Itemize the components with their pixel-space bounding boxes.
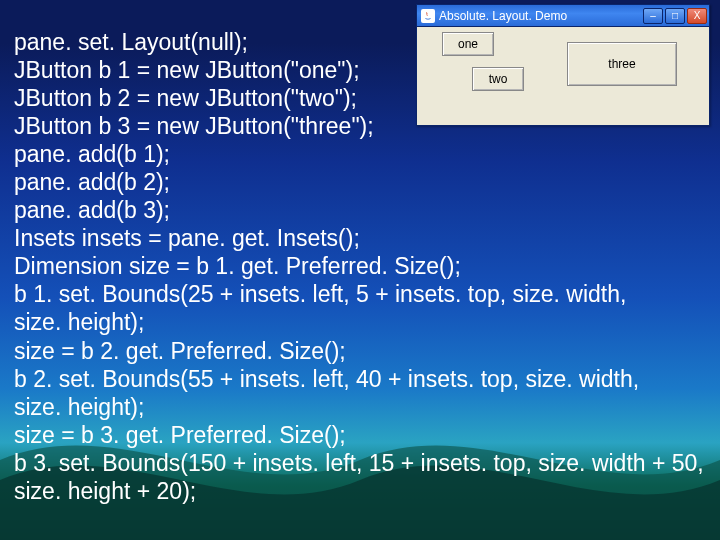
code-line: JButton b 3 = new JButton("three");: [14, 113, 374, 139]
code-line: b 3. set. Bounds(150 + insets. left, 15 …: [14, 450, 704, 476]
code-line: b 1. set. Bounds(25 + insets. left, 5 + …: [14, 281, 626, 307]
titlebar: Absolute. Layout. Demo – □ X: [417, 5, 709, 27]
maximize-button[interactable]: □: [665, 8, 685, 24]
code-line: Insets insets = pane. get. Insets();: [14, 225, 360, 251]
slide: pane. set. Layout(null); JButton b 1 = n…: [0, 0, 720, 540]
code-line: pane. set. Layout(null);: [14, 29, 248, 55]
window-content: one two three: [417, 27, 709, 125]
minimize-button[interactable]: –: [643, 8, 663, 24]
window-title: Absolute. Layout. Demo: [439, 9, 567, 23]
code-line: size. height);: [14, 309, 144, 335]
close-button[interactable]: X: [687, 8, 707, 24]
code-line: pane. add(b 3);: [14, 197, 170, 223]
code-line: size. height + 20);: [14, 478, 196, 504]
java-window: Absolute. Layout. Demo – □ X one two thr…: [416, 4, 710, 126]
code-line: JButton b 1 = new JButton("one");: [14, 57, 360, 83]
button-three[interactable]: three: [567, 42, 677, 86]
code-line: Dimension size = b 1. get. Preferred. Si…: [14, 253, 461, 279]
code-line: size = b 3. get. Preferred. Size();: [14, 422, 346, 448]
code-line: JButton b 2 = new JButton("two");: [14, 85, 357, 111]
button-two[interactable]: two: [472, 67, 524, 91]
code-line: size. height);: [14, 394, 144, 420]
code-line: pane. add(b 1);: [14, 141, 170, 167]
button-one[interactable]: one: [442, 32, 494, 56]
code-line: pane. add(b 2);: [14, 169, 170, 195]
code-line: b 2. set. Bounds(55 + insets. left, 40 +…: [14, 366, 639, 392]
code-line: size = b 2. get. Preferred. Size();: [14, 338, 346, 364]
java-icon: [421, 9, 435, 23]
